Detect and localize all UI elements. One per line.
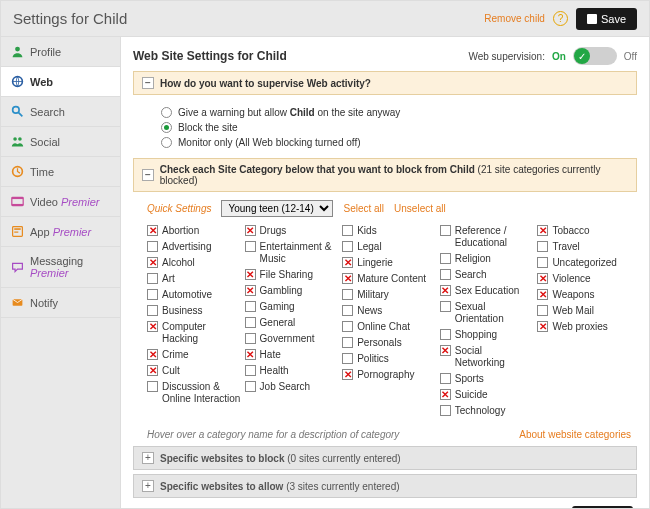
category-item[interactable]: ✕Tobacco <box>537 223 631 239</box>
category-item[interactable]: Politics <box>342 351 436 367</box>
category-item[interactable]: ✕Web proxies <box>537 319 631 335</box>
sidebar-item-video[interactable]: Video Premier <box>1 187 120 217</box>
remove-child-link-top[interactable]: Remove child <box>484 13 545 24</box>
about-categories-link[interactable]: About website categories <box>519 429 631 440</box>
category-item[interactable]: General <box>245 315 339 331</box>
category-item[interactable]: Automotive <box>147 287 241 303</box>
category-item[interactable]: ✕Sex Education <box>440 283 534 299</box>
category-item[interactable]: Government <box>245 331 339 347</box>
category-item[interactable]: ✕Mature Content <box>342 271 436 287</box>
category-item[interactable]: Job Search <box>245 379 339 395</box>
category-item[interactable]: Technology <box>440 403 534 419</box>
category-item[interactable]: Religion <box>440 251 534 267</box>
category-item[interactable]: ✕Computer Hacking <box>147 319 241 347</box>
category-item[interactable]: Web Mail <box>537 303 631 319</box>
category-item[interactable]: Personals <box>342 335 436 351</box>
category-item[interactable]: ✕Violence <box>537 271 631 287</box>
collapse-icon[interactable]: − <box>142 77 154 89</box>
category-item[interactable]: ✕Drugs <box>245 223 339 239</box>
category-item[interactable]: ✕Weapons <box>537 287 631 303</box>
checkbox-icon <box>440 405 451 416</box>
sidebar-item-time[interactable]: Time <box>1 157 120 187</box>
select-all-link[interactable]: Select all <box>343 203 384 214</box>
category-item[interactable]: ✕Gambling <box>245 283 339 299</box>
supervise-option-1[interactable]: Block the site <box>161 120 637 135</box>
category-item[interactable]: Kids <box>342 223 436 239</box>
checkbox-icon <box>342 241 353 252</box>
sidebar-item-messaging[interactable]: Messaging Premier <box>1 247 120 288</box>
hover-hint: Hover over a category name for a descrip… <box>147 429 399 440</box>
category-item[interactable]: Business <box>147 303 241 319</box>
radio-icon <box>161 137 172 148</box>
supervise-option-0[interactable]: Give a warning but allow Child on the si… <box>161 105 637 120</box>
section-supervise-header[interactable]: − How do you want to supervise Web activ… <box>133 71 637 95</box>
category-item[interactable]: Entertainment & Music <box>245 239 339 267</box>
checkbox-icon <box>440 329 451 340</box>
unselect-all-link[interactable]: Unselect all <box>394 203 446 214</box>
layout: ProfileWebSearchSocialTimeVideo PremierA… <box>1 37 649 508</box>
category-item[interactable]: Sports <box>440 371 534 387</box>
category-item[interactable]: Uncategorized <box>537 255 631 271</box>
category-item[interactable]: Health <box>245 363 339 379</box>
category-item[interactable]: Military <box>342 287 436 303</box>
sidebar-item-notify[interactable]: Notify <box>1 288 120 318</box>
sidebar-item-label: Profile <box>30 46 61 58</box>
category-label: Uncategorized <box>552 257 616 269</box>
sidebar-item-app[interactable]: App Premier <box>1 217 120 247</box>
category-item[interactable]: Online Chat <box>342 319 436 335</box>
category-item[interactable]: Gaming <box>245 299 339 315</box>
category-item[interactable]: ✕Hate <box>245 347 339 363</box>
category-item[interactable]: ✕File Sharing <box>245 267 339 283</box>
category-item[interactable]: Discussion & Online Interaction <box>147 379 241 407</box>
checkbox-icon <box>147 273 158 284</box>
category-item[interactable]: ✕Lingerie <box>342 255 436 271</box>
checkbox-icon: ✕ <box>440 389 451 400</box>
category-item[interactable]: Search <box>440 267 534 283</box>
checkbox-icon: ✕ <box>537 289 548 300</box>
category-item[interactable]: ✕Abortion <box>147 223 241 239</box>
supervision-toggle[interactable]: ✓ <box>573 47 617 65</box>
category-item[interactable]: Shopping <box>440 327 534 343</box>
sidebar-item-profile[interactable]: Profile <box>1 37 120 67</box>
collapsed-section-0[interactable]: +Specific websites to block (0 sites cur… <box>133 446 637 470</box>
age-preset-select[interactable]: Young teen (12-14) <box>221 200 333 217</box>
option-label: Monitor only (All Web blocking turned of… <box>178 137 361 148</box>
help-icon-top[interactable]: ? <box>553 11 568 26</box>
expand-icon[interactable]: + <box>142 452 154 464</box>
category-item[interactable]: Advertising <box>147 239 241 255</box>
category-item[interactable]: Legal <box>342 239 436 255</box>
category-item[interactable]: Sexual Orientation <box>440 299 534 327</box>
checkbox-icon: ✕ <box>537 321 548 332</box>
save-button-top[interactable]: Save <box>576 8 637 30</box>
category-item[interactable]: ✕Suicide <box>440 387 534 403</box>
checkbox-icon <box>245 381 256 392</box>
category-item[interactable]: ✕Pornography <box>342 367 436 383</box>
category-item[interactable]: ✕Cult <box>147 363 241 379</box>
section-categories-header[interactable]: − Check each Site Category below that yo… <box>133 158 637 192</box>
expand-icon[interactable]: + <box>142 480 154 492</box>
svg-point-0 <box>15 47 20 52</box>
category-label: Kids <box>357 225 376 237</box>
category-item[interactable]: Reference / Educational <box>440 223 534 251</box>
sidebar-item-social[interactable]: Social <box>1 127 120 157</box>
collapsed-section-1[interactable]: +Specific websites to allow (3 sites cur… <box>133 474 637 498</box>
category-item[interactable]: ✕Alcohol <box>147 255 241 271</box>
category-item[interactable]: ✕Social Networking <box>440 343 534 371</box>
category-label: Personals <box>357 337 401 349</box>
category-label: Cult <box>162 365 180 377</box>
category-label: Advertising <box>162 241 211 253</box>
supervise-options: Give a warning but allow Child on the si… <box>133 101 637 158</box>
category-item[interactable]: ✕Crime <box>147 347 241 363</box>
page-title: Settings for Child <box>13 10 484 27</box>
category-item[interactable]: Art <box>147 271 241 287</box>
collapse-icon[interactable]: − <box>142 169 154 181</box>
checkbox-icon <box>342 321 353 332</box>
category-item[interactable]: Travel <box>537 239 631 255</box>
category-label: Art <box>162 273 175 285</box>
category-item[interactable]: News <box>342 303 436 319</box>
save-button-bottom[interactable]: Save <box>572 506 633 508</box>
sidebar-item-web[interactable]: Web <box>1 67 120 97</box>
category-label: Job Search <box>260 381 311 393</box>
supervise-option-2[interactable]: Monitor only (All Web blocking turned of… <box>161 135 637 150</box>
sidebar-item-search[interactable]: Search <box>1 97 120 127</box>
